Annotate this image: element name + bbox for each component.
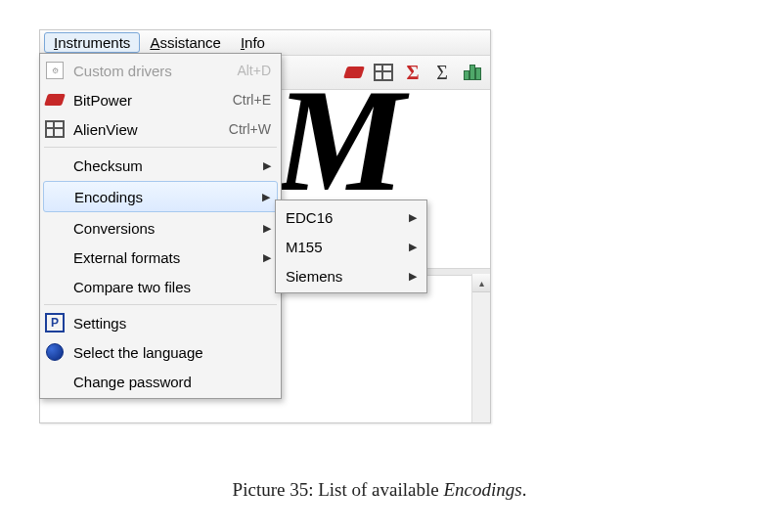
menu-separator [44,304,277,305]
settings-p-icon: P [44,312,66,333]
menu-item-accel: Ctrl+E [233,92,271,108]
menu-instruments-label: nstruments [58,34,130,51]
menu-item-label: Checksum [73,157,251,174]
submenu-item-siemens[interactable]: Siemens ▶ [278,261,424,290]
menu-info-label: nfo [245,34,265,51]
instruments-menu: ⚙ Custom drivers Alt+D BitPower Ctrl+E A… [39,53,282,399]
menu-separator [44,147,277,148]
menu-item-alienview[interactable]: AlienView Ctrl+W [42,114,279,144]
toolbar-sum-red-icon[interactable]: Σ [400,60,425,85]
menu-item-label: Custom drivers [73,63,223,79]
globe-icon [44,341,66,363]
submenu-arrow-icon: ▶ [263,222,271,235]
caption-suffix: . [522,479,527,500]
scrollbar-vertical[interactable]: ▴ [471,274,490,422]
submenu-arrow-icon: ▶ [409,241,417,253]
submenu-item-edc16[interactable]: EDC16 ▶ [278,202,424,232]
submenu-arrow-icon: ▶ [409,270,417,283]
menu-item-accel: Ctrl+W [229,121,271,137]
submenu-item-m155[interactable]: M155 ▶ [278,232,424,261]
menu-item-label: AlienView [73,121,215,138]
logo-letter: M [275,90,405,213]
submenu-item-label: EDC16 [286,209,397,226]
scroll-up-icon[interactable]: ▴ [472,274,490,292]
caption-emph: Encodings [443,479,521,500]
encodings-submenu: EDC16 ▶ M155 ▶ Siemens ▶ [275,200,427,293]
toolbar-redchip-icon[interactable] [341,60,367,85]
menu-item-external-formats[interactable]: External formats ▶ [42,243,279,272]
menu-item-label: BitPower [73,92,219,109]
caption-prefix: Picture 35: List of available [233,479,444,500]
toolbar-bars-icon[interactable] [459,60,484,85]
menu-item-label: External formats [73,249,251,266]
submenu-arrow-icon: ▶ [263,251,271,264]
menu-instruments[interactable]: Instruments [44,32,140,53]
menu-item-checksum[interactable]: Checksum ▶ [42,151,279,180]
menu-item-select-language[interactable]: Select the language [42,337,279,367]
menu-item-settings[interactable]: P Settings [42,308,279,337]
redchip-icon [44,89,66,111]
submenu-arrow-icon: ▶ [263,159,271,172]
gearpage-icon: ⚙ [44,60,66,81]
menu-item-label: Conversions [73,220,251,237]
menu-item-bitpower[interactable]: BitPower Ctrl+E [42,85,279,114]
submenu-arrow-icon: ▶ [409,211,417,224]
toolbar-sum-icon[interactable]: Σ [429,60,455,85]
toolbar-grid-icon[interactable] [371,60,396,85]
menu-assistance-label: ssistance [159,34,221,51]
menu-item-label: Compare two files [73,279,271,295]
figure-caption: Picture 35: List of available Encodings. [0,479,759,501]
menu-item-accel: Alt+D [237,63,271,78]
menu-assistance[interactable]: Assistance [140,32,231,53]
menu-item-label: Encodings [74,189,250,205]
menu-item-label: Select the language [73,344,271,361]
menu-item-custom-drivers: ⚙ Custom drivers Alt+D [42,56,279,85]
submenu-arrow-icon: ▶ [262,191,270,203]
menu-item-label: Change password [73,374,271,390]
submenu-item-label: M155 [286,239,397,255]
menu-item-compare-two-files[interactable]: Compare two files [42,272,279,301]
menu-item-encodings[interactable]: Encodings ▶ [43,181,278,212]
grid-icon [44,118,66,140]
menu-item-change-password[interactable]: Change password [42,367,279,396]
menu-item-conversions[interactable]: Conversions ▶ [42,213,279,243]
menu-item-label: Settings [73,315,271,332]
menu-info[interactable]: Info [231,32,275,53]
submenu-item-label: Siemens [286,268,397,285]
